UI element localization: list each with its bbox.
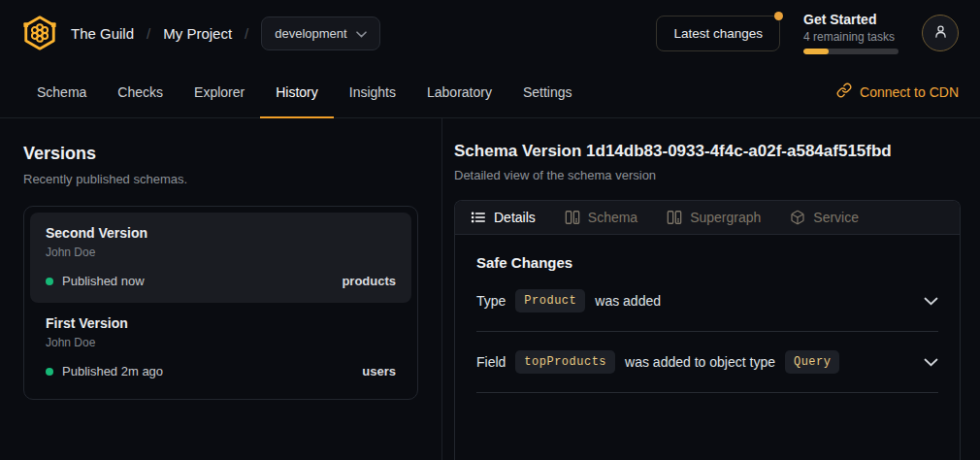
get-started-title: Get Started	[803, 13, 898, 26]
version-list-item[interactable]: First Version John Doe Published 2m ago …	[30, 303, 411, 393]
versions-panel: Versions Recently published schemas. Sec…	[0, 118, 442, 460]
main-content: Versions Recently published schemas. Sec…	[0, 118, 980, 460]
change-text: Type	[476, 293, 506, 309]
guild-logo-icon[interactable]	[21, 15, 58, 51]
get-started-widget[interactable]: Get Started 4 remaining tasks	[803, 13, 898, 54]
detail-tab-label: Supergraph	[690, 210, 761, 225]
published-status-icon	[46, 278, 53, 285]
detail-content: Safe Changes Type Product was added Fiel…	[455, 235, 960, 393]
detail-tab-label: Schema	[588, 210, 637, 225]
versions-subtitle: Recently published schemas.	[23, 172, 418, 186]
latest-changes: Latest changes	[656, 16, 780, 51]
change-code: topProducts	[515, 350, 615, 374]
chevron-down-icon	[356, 26, 367, 41]
tab-history[interactable]: History	[260, 66, 334, 117]
change-text: Field	[476, 354, 506, 370]
environment-selector-value: development	[275, 26, 346, 41]
user-icon	[932, 23, 949, 44]
tab-explorer[interactable]: Explorer	[179, 66, 260, 117]
version-list-item[interactable]: Second Version John Doe Published now pr…	[30, 213, 411, 303]
change-code: Product	[515, 289, 585, 312]
schema-version-title: Schema Version 1d14db83-0933-4f4c-a02f-a…	[454, 142, 961, 161]
notification-dot	[774, 12, 783, 20]
progress-fill	[803, 49, 829, 54]
detail-tab-service[interactable]: Service	[790, 210, 859, 225]
detail-tab-label: Details	[494, 210, 536, 225]
version-name: Second Version	[46, 225, 396, 241]
detail-tab-supergraph[interactable]: Supergraph	[667, 210, 761, 225]
versions-title: Versions	[23, 144, 418, 164]
columns-icon	[565, 210, 580, 225]
latest-changes-button[interactable]: Latest changes	[656, 16, 780, 51]
chevron-down-icon[interactable]	[924, 297, 938, 306]
safe-changes-title: Safe Changes	[476, 254, 938, 271]
breadcrumb-project[interactable]: My Project	[163, 25, 232, 42]
breadcrumb-org[interactable]: The Guild	[71, 25, 134, 42]
detail-tab-label: Service	[813, 210, 859, 225]
service-name: products	[342, 274, 396, 288]
version-author: John Doe	[46, 246, 396, 259]
version-detail-box: Details Schema	[454, 200, 961, 460]
schema-version-subtitle: Detailed view of the schema version	[454, 168, 961, 182]
version-name: First Version	[46, 315, 396, 331]
primary-navbar: Schema Checks Explorer History Insights …	[0, 66, 980, 118]
tab-laboratory[interactable]: Laboratory	[411, 66, 507, 117]
header-actions: Latest changes Get Started 4 remaining t…	[656, 13, 959, 54]
nav-tabs: Schema Checks Explorer History Insights …	[21, 66, 588, 117]
version-list: Second Version John Doe Published now pr…	[23, 206, 418, 400]
detail-tabs: Details Schema	[455, 201, 960, 235]
app-header: The Guild / My Project / development Lat…	[0, 0, 980, 66]
published-label: Published 2m ago	[62, 364, 163, 378]
detail-tab-schema[interactable]: Schema	[565, 210, 637, 225]
version-author: John Doe	[46, 336, 396, 349]
connect-to-cdn-link[interactable]: Connect to CDN	[836, 66, 959, 117]
tab-schema[interactable]: Schema	[21, 66, 102, 117]
service-name: users	[362, 364, 396, 378]
published-status-icon	[46, 368, 53, 376]
environment-selector[interactable]: development	[261, 16, 379, 50]
change-text: was added to object type	[625, 354, 775, 370]
change-code: Query	[785, 350, 840, 374]
breadcrumb-separator: /	[147, 25, 150, 42]
connect-to-cdn-label: Connect to CDN	[860, 84, 959, 100]
tab-checks[interactable]: Checks	[102, 66, 179, 117]
tab-insights[interactable]: Insights	[334, 66, 411, 117]
chevron-down-icon[interactable]	[924, 358, 938, 367]
cube-icon	[790, 210, 805, 225]
published-label: Published now	[62, 274, 145, 288]
user-avatar-button[interactable]	[922, 15, 959, 51]
detail-tab-details[interactable]: Details	[471, 210, 536, 225]
link-icon	[836, 82, 852, 101]
version-detail-panel: Schema Version 1d14db83-0933-4f4c-a02f-a…	[442, 118, 980, 460]
tab-settings[interactable]: Settings	[507, 66, 588, 117]
version-status-row: Published 2m ago users	[46, 364, 396, 378]
change-text: was added	[595, 293, 661, 309]
breadcrumb-separator: /	[245, 25, 248, 42]
get-started-progress-bar	[803, 49, 898, 54]
columns-icon	[667, 210, 682, 225]
change-row[interactable]: Field topProducts was added to object ty…	[476, 332, 938, 393]
change-row[interactable]: Type Product was added	[476, 271, 938, 332]
version-status-row: Published now products	[46, 274, 396, 288]
list-icon	[471, 210, 486, 225]
get-started-subtitle: 4 remaining tasks	[803, 31, 898, 43]
breadcrumb: The Guild / My Project / development	[21, 15, 380, 51]
